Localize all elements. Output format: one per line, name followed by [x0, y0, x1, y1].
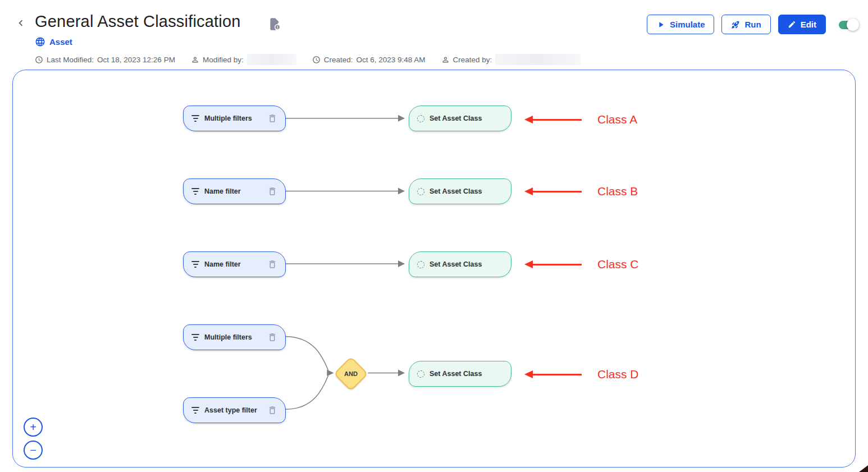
svg-text:i: i — [277, 25, 278, 29]
document-info-icon[interactable]: i — [267, 17, 282, 31]
action-icon — [417, 188, 424, 195]
filter-node[interactable]: Multiple filters — [183, 106, 286, 131]
filter-node-label: Asset type filter — [204, 406, 257, 414]
modified-by-redacted — [247, 54, 296, 65]
run-label: Run — [744, 20, 761, 29]
filter-node-label: Multiple filters — [204, 333, 252, 341]
created-value: Oct 6, 2023 9:48 AM — [356, 56, 425, 64]
chevron-left-icon — [15, 17, 27, 29]
last-modified-value: Oct 18, 2023 12:26 PM — [97, 56, 175, 64]
filter-icon — [191, 334, 199, 341]
page-title: General Asset Classification — [35, 12, 241, 31]
entity-link[interactable]: Asset — [35, 36, 72, 47]
person-icon — [441, 56, 450, 64]
run-button[interactable]: Run — [721, 15, 770, 34]
edit-button[interactable]: Edit — [778, 15, 826, 34]
red-arrow-left-icon — [524, 187, 582, 195]
rocket-icon — [731, 20, 740, 29]
annotation-label: Class C — [597, 258, 639, 271]
trash-icon[interactable] — [267, 113, 277, 123]
annotation-label: Class A — [597, 113, 637, 126]
action-node[interactable]: Set Asset Class — [409, 106, 511, 131]
action-icon — [417, 261, 424, 268]
play-icon — [656, 20, 665, 29]
toggle-knob — [847, 19, 859, 31]
trash-icon[interactable] — [267, 186, 277, 196]
annotation-class-b: Class B — [524, 185, 638, 198]
header-actions: Simulate Run Edit — [647, 15, 859, 34]
action-node-label: Set Asset Class — [430, 260, 482, 268]
action-node-label: Set Asset Class — [430, 370, 482, 378]
action-node[interactable]: Set Asset Class — [409, 361, 511, 387]
clock-icon — [312, 56, 321, 64]
filter-node[interactable]: Name filter — [183, 178, 286, 204]
red-arrow-left-icon — [524, 116, 582, 123]
trash-icon[interactable] — [267, 405, 277, 415]
filter-node[interactable]: Asset type filter — [183, 397, 286, 423]
created-label: Created: — [324, 56, 353, 64]
filter-node-label: Name filter — [204, 187, 241, 195]
annotation-class-c: Class C — [524, 258, 639, 271]
annotation-class-a: Class A — [524, 113, 637, 126]
simulate-label: Simulate — [670, 20, 705, 29]
edit-label: Edit — [801, 20, 816, 29]
back-button[interactable] — [13, 16, 28, 30]
cursor-artifact — [859, 465, 868, 472]
filter-node-label: Multiple filters — [204, 114, 252, 122]
simulate-button[interactable]: Simulate — [647, 15, 715, 34]
modified-by-label: Modified by: — [203, 56, 244, 64]
person-icon — [191, 56, 199, 64]
modified-by: Modified by: — [191, 54, 296, 65]
created-by: Created by: — [441, 54, 581, 65]
created-by-label: Created by: — [453, 56, 492, 64]
action-icon — [417, 115, 424, 122]
last-modified: Last Modified: Oct 18, 2023 12:26 PM — [35, 56, 175, 64]
annotation-class-d: Class D — [524, 368, 639, 381]
created: Created: Oct 6, 2023 9:48 AM — [312, 56, 426, 64]
zoom-out-button[interactable]: − — [24, 441, 43, 460]
trash-icon[interactable] — [267, 259, 277, 269]
created-by-redacted — [495, 54, 581, 65]
and-gate-label: AND — [344, 370, 358, 377]
red-arrow-left-icon — [524, 370, 582, 378]
last-modified-label: Last Modified: — [47, 56, 94, 64]
and-gate-node[interactable]: AND — [334, 356, 368, 391]
metadata-row: Last Modified: Oct 18, 2023 12:26 PM Mod… — [35, 54, 581, 65]
header: General Asset Classification i Asset Las… — [0, 0, 868, 70]
action-node[interactable]: Set Asset Class — [409, 178, 511, 204]
filter-icon — [191, 261, 199, 268]
action-node[interactable]: Set Asset Class — [409, 251, 511, 277]
action-node-label: Set Asset Class — [430, 187, 482, 195]
annotation-label: Class D — [597, 368, 639, 381]
pencil-icon — [788, 20, 796, 29]
red-arrow-left-icon — [524, 260, 582, 268]
globe-icon — [35, 36, 45, 47]
filter-icon — [191, 115, 199, 122]
clock-icon — [35, 56, 43, 64]
flow-canvas[interactable]: Multiple filters Name filter Name filter… — [12, 70, 856, 468]
action-node-label: Set Asset Class — [430, 114, 482, 122]
entity-label: Asset — [49, 37, 72, 47]
filter-node[interactable]: Multiple filters — [183, 324, 286, 350]
trash-icon[interactable] — [267, 332, 277, 342]
filter-icon — [191, 188, 199, 195]
action-icon — [417, 370, 424, 378]
minus-icon: − — [30, 444, 36, 456]
plus-icon: + — [30, 421, 36, 433]
filter-node[interactable]: Name filter — [183, 251, 286, 277]
filter-icon — [191, 407, 199, 414]
enabled-toggle[interactable] — [838, 18, 859, 31]
zoom-in-button[interactable]: + — [24, 418, 43, 437]
annotation-label: Class B — [597, 185, 638, 198]
filter-node-label: Name filter — [204, 260, 241, 268]
